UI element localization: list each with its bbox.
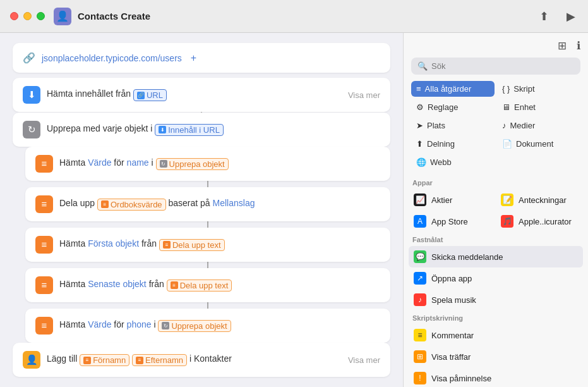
tab-enhet-label: Enhet (514, 102, 536, 112)
oppna-label: Öppna app (431, 274, 472, 283)
tab-alla-icon: ≡ (416, 84, 421, 94)
tab-webb-label: Webb (430, 157, 452, 167)
sidebar-appar-grid: 📈 Aktier 📝 Anteckningar A App Store 🎵 Ap… (404, 189, 588, 232)
sidebar-item-oppna[interactable]: ↗ Öppna app (409, 267, 583, 289)
main-layout: 🔗 jsonplaceholder.typicode.com/users + ⬇… (0, 33, 588, 387)
step-add-contact[interactable]: 👤 Lägg till ≡Förnamn ≡Efternamn i Kontak… (13, 343, 390, 377)
apple-icon: 🎵 (501, 215, 513, 228)
tab-delning[interactable]: ⬆ Delning (411, 136, 495, 152)
tab-medier[interactable]: ♪ Medier (497, 118, 580, 133)
step-add-contact-text: Lägg till ≡Förnamn ≡Efternamn i Kontakte… (47, 353, 342, 366)
skript-list: ≡ Kommentar ⊞ Visa träffar ! Visa påminn… (404, 324, 588, 387)
tab-plats[interactable]: ➤ Plats (411, 118, 495, 133)
sidebar-item-visa-paminnelse[interactable]: ! Visa påminnelse (409, 367, 583, 387)
step-last[interactable]: ≡ Hämta Senaste objekt från ≡Dela upp te… (25, 268, 390, 302)
close-button[interactable] (10, 12, 18, 20)
sidebar-item-visa-traffar[interactable]: ⊞ Visa träffar (409, 346, 583, 367)
maximize-button[interactable] (37, 12, 45, 20)
tab-alla-atgarder[interactable]: ≡ Alla åtgärder (411, 81, 495, 97)
anteckningar-label: Anteckningar (519, 195, 567, 205)
step-first[interactable]: ≡ Hämta Första objekt från ≡Dela upp tex… (25, 228, 390, 262)
sidebar-item-skicka[interactable]: 💬 Skicka meddelande (409, 246, 583, 267)
sidebar: ⊞ ℹ 🔍 ≡ Alla åtgärder { } Skript ⚙ Regla… (403, 33, 588, 387)
oppna-icon: ↗ (414, 272, 426, 285)
section-fastnalat-label: Fastnålat (404, 232, 588, 246)
tab-enhet-icon: 🖥 (502, 102, 510, 112)
kommentar-icon: ≡ (414, 329, 426, 341)
aktier-icon: 📈 (414, 194, 426, 206)
step-get-name[interactable]: ≡ Hämta Värde för name i ↻Upprepa objekt (25, 147, 390, 181)
fetch-visa-mer[interactable]: Visa mer (348, 90, 380, 100)
apple-label: Apple..icurator (519, 217, 572, 226)
step-get-name-text: Hämta Värde för name i ↻Upprepa objekt (59, 157, 380, 170)
sidebar-grid-button[interactable]: ⊞ (558, 39, 567, 52)
tab-medier-icon: ♪ (502, 121, 507, 130)
tab-delning-icon: ⬆ (416, 139, 423, 149)
section-appar-label: Appar (404, 175, 588, 189)
visa-traffar-label: Visa träffar (431, 352, 471, 362)
skicka-label: Skicka meddelande (431, 252, 503, 262)
tab-plats-label: Plats (427, 121, 445, 130)
titlebar: 👤 Contacts Create ⬆ ▶ (0, 0, 588, 33)
visa-paminnelse-icon: ! (414, 372, 426, 384)
anteckningar-icon: 📝 (501, 194, 513, 206)
step-get-phone-text: Hämta Värde för phone i ↻Upprepa objekt (59, 319, 380, 332)
visa-paminnelse-label: Visa påminnelse (431, 374, 491, 383)
sidebar-item-kommentar[interactable]: ≡ Kommentar (409, 324, 583, 346)
url-bar[interactable]: 🔗 jsonplaceholder.typicode.com/users + (13, 43, 390, 73)
contact-visa-mer[interactable]: Visa mer (348, 355, 380, 365)
step-fetch[interactable]: ⬇ Hämta innehållet från 🔗URL Visa mer (13, 78, 390, 112)
app-store-icon: A (414, 215, 426, 228)
sidebar-item-anteckningar[interactable]: 📝 Anteckningar (496, 189, 583, 211)
tab-medier-label: Medier (510, 121, 536, 130)
split-icon: ≡ (35, 195, 53, 213)
workflow-panel: 🔗 jsonplaceholder.typicode.com/users + ⬇… (0, 33, 403, 387)
sidebar-item-aktier[interactable]: 📈 Aktier (409, 189, 496, 211)
traffic-lights (10, 12, 45, 20)
tab-reglage-icon: ⚙ (416, 102, 424, 112)
tab-dokument[interactable]: 📄 Dokument (497, 136, 580, 152)
share-button[interactable]: ⬆ (537, 7, 551, 26)
search-bar[interactable]: 🔍 (411, 58, 580, 75)
step-repeat-text: Upprepa med varje objekt i ⬇Innehåll i U… (47, 123, 380, 136)
sidebar-header: ⊞ ℹ (404, 33, 588, 58)
link-icon: 🔗 (23, 52, 35, 64)
play-button[interactable]: ▶ (564, 7, 578, 26)
search-input[interactable] (431, 61, 574, 71)
aktier-label: Aktier (431, 195, 452, 205)
get-phone-icon: ≡ (35, 317, 53, 335)
tab-skript-icon: { } (502, 84, 510, 94)
step-first-text: Hämta Första objekt från ≡Dela upp text (59, 238, 380, 251)
tab-enhet[interactable]: 🖥 Enhet (497, 99, 580, 115)
app-store-label: App Store (431, 217, 468, 226)
step-get-phone[interactable]: ≡ Hämta Värde för phone i ↻Upprepa objek… (25, 309, 390, 343)
minimize-button[interactable] (23, 12, 32, 20)
add-contact-icon: 👤 (23, 351, 40, 369)
tab-skript[interactable]: { } Skript (497, 81, 580, 97)
repeat-icon: ↻ (23, 121, 40, 138)
step-split[interactable]: ≡ Dela upp ≡Ordboksvärde baserat på Mell… (25, 187, 390, 221)
fastnalat-list: 💬 Skicka meddelande ↗ Öppna app ♪ Spela … (404, 246, 588, 310)
fetch-icon: ⬇ (23, 86, 40, 104)
url-add-button[interactable]: + (191, 52, 196, 64)
get-name-icon: ≡ (35, 155, 53, 173)
sidebar-item-app-store[interactable]: A App Store (409, 211, 496, 232)
indent-group: ≡ Hämta Värde för name i ↻Upprepa objekt… (25, 147, 390, 343)
url-value: jsonplaceholder.typicode.com/users (42, 53, 182, 63)
titlebar-actions: ⬆ ▶ (537, 7, 578, 26)
section-skript-label: Skriptskrivning (404, 310, 588, 324)
last-icon: ≡ (35, 276, 53, 294)
search-icon: 🔍 (417, 61, 428, 71)
kommentar-label: Kommentar (431, 331, 474, 340)
sidebar-item-apple[interactable]: 🎵 Apple..icurator (496, 211, 583, 232)
step-repeat[interactable]: ↻ Upprepa med varje objekt i ⬇Innehåll i… (13, 113, 390, 147)
sidebar-info-button[interactable]: ℹ (577, 39, 580, 52)
step-fetch-text: Hämta innehållet från 🔗URL (47, 89, 342, 101)
step-split-text: Dela upp ≡Ordboksvärde baserat på Mellan… (59, 198, 380, 211)
skicka-icon: 💬 (414, 250, 426, 263)
sidebar-item-spela[interactable]: ♪ Spela musik (409, 289, 583, 310)
tab-webb[interactable]: 🌐 Webb (411, 154, 495, 170)
tab-dokument-label: Dokument (516, 139, 553, 149)
tab-reglage[interactable]: ⚙ Reglage (411, 99, 495, 115)
spela-label: Spela musik (431, 295, 476, 305)
